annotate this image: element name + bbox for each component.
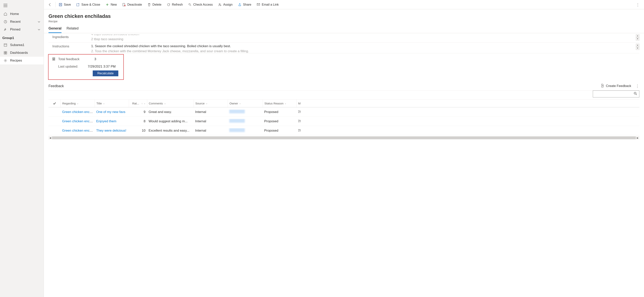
refresh-button[interactable]: Refresh xyxy=(164,0,186,9)
col-source[interactable]: Source⌄ xyxy=(194,100,228,107)
regarding-link[interactable]: Green chicken enchilad xyxy=(62,119,95,123)
cmd-label: Email a Link xyxy=(262,3,279,7)
svg-rect-2 xyxy=(4,52,5,53)
title-link[interactable]: One of my new favs xyxy=(96,110,125,114)
section-more-button[interactable]: ⋮ xyxy=(636,84,639,88)
chevron-down-icon: ⌄ xyxy=(206,102,208,105)
col-regarding[interactable]: Regarding⌄ xyxy=(60,100,95,107)
hamburger-icon[interactable] xyxy=(0,1,44,10)
owner-cell[interactable] xyxy=(228,110,263,114)
rollup-total-feedback: Total feedback 3 xyxy=(48,57,123,62)
scroll-down-button[interactable]: ▼ xyxy=(636,38,639,41)
sidebar: Home Recent Pinned Group1 Subarea1 Dashb… xyxy=(0,0,44,297)
new-button[interactable]: New xyxy=(103,0,120,9)
refresh-icon xyxy=(167,3,170,7)
pin-icon xyxy=(4,28,7,32)
scroll-right-button[interactable]: ▶ xyxy=(636,137,639,139)
nav-home[interactable]: Home xyxy=(0,10,44,18)
col-title[interactable]: Title⌄ xyxy=(95,100,129,107)
calculator-icon xyxy=(52,58,57,61)
cmd-label: Refresh xyxy=(172,3,183,7)
svg-point-14 xyxy=(219,4,220,5)
overflow-button[interactable]: ⋮ xyxy=(632,0,643,9)
scroll-left-button[interactable]: ◀ xyxy=(48,137,52,139)
deactivate-icon xyxy=(122,3,126,7)
field-value[interactable]: 4 cups cooked shredded chicken 2 tbsp ta… xyxy=(89,34,639,43)
field-label: Instructions xyxy=(48,44,89,48)
horizontal-scrollbar[interactable]: ◀ ▶ xyxy=(48,136,639,140)
table-row[interactable]: Green chicken enchiladOne of my new favs… xyxy=(48,107,639,117)
table-row[interactable]: Green chicken enchiladThey were deliciou… xyxy=(48,126,639,135)
regarding-link[interactable]: Green chicken enchilad xyxy=(62,129,95,132)
scroll-up-button[interactable]: ▲ xyxy=(636,34,639,38)
nav-dashboards[interactable]: Dashboards xyxy=(0,49,44,57)
save-close-button[interactable]: Save & Close xyxy=(74,0,103,9)
tabs: General Related xyxy=(44,23,644,33)
chevron-down-icon[interactable] xyxy=(38,20,40,23)
col-status-reason[interactable]: Status Reason⌄ xyxy=(263,100,296,107)
assign-icon xyxy=(218,3,222,7)
search-input[interactable] xyxy=(593,91,639,97)
col-rating[interactable]: Rat...↑⌄ xyxy=(129,100,147,107)
nav-label: Recipes xyxy=(10,59,22,63)
svg-point-6 xyxy=(5,60,6,61)
rating-cell: 10 xyxy=(129,129,147,133)
owner-cell[interactable] xyxy=(228,119,263,124)
cmd-label: New xyxy=(110,3,117,7)
save-button[interactable]: Save xyxy=(56,0,74,9)
scroll-track[interactable] xyxy=(52,136,636,139)
svg-rect-9 xyxy=(60,5,61,6)
col-comments[interactable]: Comments⌄ xyxy=(147,100,194,107)
scroll-up-button[interactable]: ▲ xyxy=(636,44,639,47)
nav-recent[interactable]: Recent xyxy=(0,18,44,26)
chevron-down-icon: ⌄ xyxy=(77,102,78,105)
modified-cell: 7/ xyxy=(296,119,305,123)
regarding-link[interactable]: Green chicken enchilad xyxy=(62,110,95,114)
delete-button[interactable]: Delete xyxy=(145,0,164,9)
col-owner[interactable]: Owner⌄ xyxy=(228,100,263,107)
separator xyxy=(56,2,56,7)
chevron-down-icon[interactable] xyxy=(38,28,40,31)
col-modified[interactable]: M xyxy=(296,100,305,107)
assign-button[interactable]: Assign xyxy=(216,0,235,9)
instructions-line: 1. Season the cooked shredded chicken wi… xyxy=(91,44,639,49)
create-feedback-button[interactable]: Create Feedback xyxy=(601,84,631,88)
nav-recipes[interactable]: Recipes xyxy=(0,57,44,65)
col-select[interactable] xyxy=(48,100,60,107)
rollup-label: Last updated: xyxy=(58,65,78,69)
content: Ingredients 4 cups cooked shredded chick… xyxy=(44,33,644,297)
clock-icon xyxy=(4,20,7,24)
svg-rect-5 xyxy=(6,53,7,54)
status-cell: Proposed xyxy=(263,129,296,133)
check-access-button[interactable]: Check Access xyxy=(186,0,215,9)
owner-cell[interactable] xyxy=(228,128,263,133)
svg-point-23 xyxy=(54,60,54,60)
title-link[interactable]: Enjoyed them xyxy=(96,119,116,123)
cmd-label: Assign xyxy=(223,3,232,7)
tab-related[interactable]: Related xyxy=(66,27,78,33)
cmd-label: Save & Close xyxy=(81,3,100,7)
back-button[interactable] xyxy=(44,0,55,9)
rollup-label: Total feedback xyxy=(58,57,80,61)
email-icon xyxy=(257,3,260,7)
chevron-down-icon: ⌄ xyxy=(284,102,286,105)
comments-cell: Great and easy. xyxy=(147,110,194,114)
modified-cell: 7/ xyxy=(296,110,305,114)
email-link-button[interactable]: Email a Link xyxy=(254,0,282,9)
rollup-section: Total feedback 3 Last updated: 7/29/2021… xyxy=(48,54,124,80)
share-button[interactable]: Share xyxy=(235,0,254,9)
trash-icon xyxy=(148,3,151,7)
source-cell: Internal xyxy=(194,119,228,123)
table-row[interactable]: Green chicken enchiladEnjoyed them8Would… xyxy=(48,117,639,126)
deactivate-button[interactable]: Deactivate xyxy=(120,0,145,9)
nav-pinned[interactable]: Pinned xyxy=(0,26,44,33)
section-title: Feedback xyxy=(48,84,64,88)
recalculate-button[interactable]: Recalculate xyxy=(93,71,118,76)
field-value[interactable]: 1. Season the cooked shredded chicken wi… xyxy=(89,44,639,53)
svg-point-18 xyxy=(53,59,53,59)
nav-group-label: Group1 xyxy=(0,33,44,41)
nav-subarea1[interactable]: Subarea1 xyxy=(0,41,44,49)
title-link[interactable]: They were delicious! xyxy=(96,129,126,132)
scroll-down-button[interactable]: ▼ xyxy=(636,47,639,50)
tab-general[interactable]: General xyxy=(48,27,62,33)
